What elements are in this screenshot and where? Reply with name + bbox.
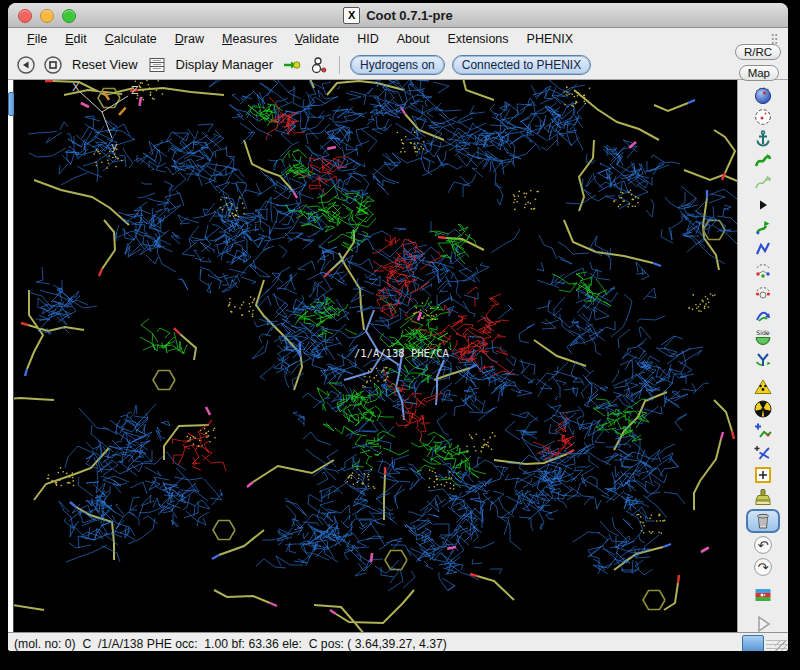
auto-fit-rotamer-icon[interactable]	[752, 217, 774, 237]
axis-label-x: X	[72, 81, 80, 94]
expander-play-icon[interactable]	[752, 613, 774, 633]
edit-chi-angles-icon[interactable]	[752, 239, 774, 259]
rrc-button[interactable]: R/RC	[735, 44, 781, 60]
mutate-and-autofit-icon[interactable]	[752, 377, 774, 397]
menu-validate[interactable]: Validate	[286, 30, 348, 48]
window-title-group: X Coot 0.7.1-pre	[343, 7, 453, 24]
atom-label: /1/A/138 PHE/CA	[354, 347, 450, 359]
regularize-zone-icon[interactable]	[752, 107, 774, 127]
rigid-body-fit-icon[interactable]	[752, 129, 774, 149]
display-manager-icon[interactable]	[147, 55, 167, 75]
svg-text:Side: Side	[756, 329, 770, 336]
minimize-button[interactable]	[40, 9, 54, 23]
menu-hid[interactable]: HID	[348, 30, 388, 48]
coot-window: X Coot 0.7.1-pre FileEditCalculateDrawMe…	[8, 3, 788, 651]
edit-backbone-torsion-icon[interactable]	[752, 283, 774, 303]
x11-icon: X	[343, 7, 360, 24]
redo-icon[interactable]: ↷	[752, 557, 774, 577]
menu-calculate[interactable]: Calculate	[96, 30, 166, 48]
display-manager-button[interactable]: Display Manager	[174, 57, 276, 72]
toolbar: Reset View Display Manager Hydrogens on …	[8, 50, 788, 80]
status-bar: (mol. no: 0) C /1/A/138 PHE occ: 1.00 bf…	[8, 632, 788, 651]
rotamer-menu-icon[interactable]	[752, 195, 774, 215]
previous-view-button[interactable]	[16, 55, 36, 75]
molecule-icon[interactable]	[309, 55, 329, 75]
rotamers-icon[interactable]	[752, 173, 774, 193]
svg-text:↶: ↶	[758, 538, 769, 553]
menu-phenix[interactable]: PHENIX	[518, 30, 583, 48]
menu-edit[interactable]: Edit	[56, 30, 96, 48]
gl-canvas-container[interactable]: X Z y /1/A/138 PHE/CA	[14, 80, 737, 632]
add-alt-conf-icon[interactable]	[752, 443, 774, 463]
horizontal-scrollbar-thumb[interactable]	[742, 635, 764, 651]
flip-peptide-icon[interactable]	[752, 305, 774, 325]
place-atom-at-pointer-icon[interactable]	[752, 465, 774, 485]
simple-mutate-icon[interactable]	[752, 399, 774, 419]
real-space-refine-icon[interactable]	[752, 85, 774, 105]
window-title: Coot 0.7.1-pre	[366, 8, 453, 23]
status-text: (mol. no: 0) C /1/A/138 PHE occ: 1.00 bf…	[14, 637, 447, 651]
reset-view-button[interactable]: Reset View	[70, 57, 140, 72]
menu-about[interactable]: About	[388, 30, 439, 48]
toolbar-separator	[339, 56, 340, 74]
menu-measures[interactable]: Measures	[213, 30, 286, 48]
jed-flip-icon[interactable]	[752, 349, 774, 369]
add-terminal-residue-icon[interactable]	[752, 421, 774, 441]
resize-grip[interactable]	[775, 641, 788, 651]
run-refmac-flag-icon[interactable]	[752, 585, 774, 605]
menu-bar: FileEditCalculateDrawMeasuresValidateHID…	[8, 28, 788, 50]
torsion-general-icon[interactable]	[752, 261, 774, 281]
menu-draw[interactable]: Draw	[166, 30, 213, 48]
svg-text:↷: ↷	[758, 560, 770, 575]
undo-icon[interactable]: ↶	[752, 535, 774, 555]
menu-extensions[interactable]: Extensions	[438, 30, 517, 48]
window-controls	[18, 9, 76, 23]
rotate-translate-zone-icon[interactable]	[752, 151, 774, 171]
delete-item-icon[interactable]	[746, 509, 780, 533]
record-view-button[interactable]	[43, 55, 63, 75]
hydrogens-toggle-button[interactable]: Hydrogens on	[350, 55, 445, 75]
fill-partial-residues-icon[interactable]	[752, 487, 774, 507]
close-button[interactable]	[18, 9, 32, 23]
go-to-atom-arrow-icon[interactable]	[282, 55, 302, 75]
main-area: X Z y /1/A/138 PHE/CA Side↶↷	[8, 80, 788, 632]
side-chain-180-flip-icon[interactable]: Side	[752, 327, 774, 347]
zoom-button[interactable]	[62, 9, 76, 23]
title-bar[interactable]: X Coot 0.7.1-pre	[8, 3, 788, 28]
right-toolbar: Side↶↷	[737, 80, 788, 632]
axis-label-z: Z	[131, 84, 139, 97]
menu-file[interactable]: File	[18, 30, 56, 48]
gl-canvas[interactable]: X Z y /1/A/138 PHE/CA	[14, 80, 737, 632]
screen: X Coot 0.7.1-pre FileEditCalculateDrawMe…	[0, 0, 800, 670]
phenix-connection-button[interactable]: Connected to PHENIX	[452, 55, 591, 75]
map-button[interactable]: Map	[739, 65, 779, 81]
axis-label-y: y	[111, 140, 118, 153]
